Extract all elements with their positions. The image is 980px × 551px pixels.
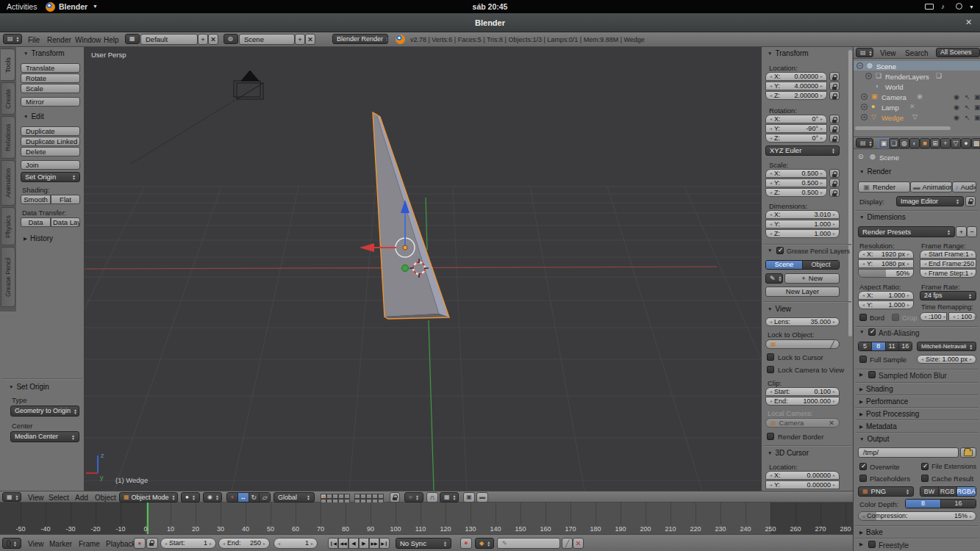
rotation-mode-menu[interactable]: XYZ Euler▲▼ — [765, 145, 840, 156]
frame-step-field[interactable]: Frame Step:1 — [920, 269, 976, 278]
aspect-x-field[interactable]: X:1.000 — [858, 291, 914, 300]
gpencil-new-button[interactable]: +New — [784, 273, 840, 284]
render-visibility-icon[interactable]: ▣ — [974, 93, 980, 101]
selectable-icon[interactable]: ↖ — [965, 114, 970, 121]
editor-type-button[interactable]: ▤▲▼ — [856, 48, 873, 57]
hide-icon[interactable]: ◉ — [954, 104, 959, 111]
display-lock-button[interactable] — [965, 196, 976, 206]
menu-render[interactable]: Render — [47, 37, 71, 44]
power-tray-icon[interactable] — [956, 3, 962, 10]
outliner-item-label[interactable]: Lamp — [881, 104, 899, 112]
panel-header-freestyle[interactable]: ▶ — [859, 542, 863, 547]
resolution-percentage-slider[interactable]: 50% — [858, 269, 914, 278]
scene-selector[interactable]: Scene — [239, 34, 295, 45]
outliner-row-lamp[interactable]: + ● Lamp ✕ ◉ ↖ ▣ — [854, 102, 980, 112]
pin-icon[interactable]: ⊙ — [858, 154, 864, 160]
aa-samples-11[interactable]: 11 — [886, 342, 899, 350]
aspect-y-field[interactable]: Y:1.000 — [858, 300, 914, 309]
panel-header-motion-blur[interactable]: ▶ — [859, 372, 863, 378]
autokey-lock-button[interactable] — [146, 538, 158, 549]
file-format-menu[interactable]: ▦PNG▲▼ — [858, 486, 914, 497]
audio-button[interactable]: ♪Audio — [952, 181, 976, 192]
operator-type-menu[interactable]: Geometry to Origin▲▼ — [10, 406, 79, 417]
hide-icon[interactable]: ◉ — [954, 114, 959, 121]
record-button[interactable]: ● — [460, 538, 472, 549]
manipulator-scale-icon[interactable]: ▱ — [260, 493, 270, 502]
panel-header-view[interactable]: ▼View — [768, 306, 791, 313]
delete-button[interactable]: Delete — [21, 147, 80, 156]
wedge-object[interactable] — [373, 112, 449, 319]
render-presets-menu[interactable]: Render Presets▲▼ — [858, 226, 955, 237]
tab-physics[interactable]: Physics — [1, 207, 15, 245]
rotate-button[interactable]: Rotate — [21, 73, 80, 83]
volume-tray-icon[interactable]: ♪ — [941, 3, 945, 10]
jump-to-end-button[interactable]: ▶❙ — [379, 538, 390, 549]
outliner-display-mode-menu[interactable]: All Scenes — [936, 48, 980, 57]
jump-to-start-button[interactable]: ❙◀ — [328, 538, 338, 549]
lock-rotation-y-button[interactable] — [829, 124, 840, 133]
tab-render[interactable]: ▣ — [879, 138, 889, 148]
opengl-render-button[interactable]: ▣ — [463, 492, 475, 503]
menu-help[interactable]: Help — [104, 37, 119, 44]
tab-texture[interactable]: ▩ — [971, 138, 980, 148]
frame-rate-menu[interactable]: 24 fps▲▼ — [920, 291, 976, 300]
render-visibility-icon[interactable]: ▣ — [974, 104, 980, 111]
aa-samples-16[interactable]: 16 — [899, 342, 912, 350]
opengl-render-anim-button[interactable]: ▬ — [476, 492, 488, 503]
aa-samples-switch[interactable]: 5 8 11 16 — [858, 342, 912, 351]
dimensions-x-field[interactable]: X:3.010 — [765, 210, 840, 219]
resolution-y-field[interactable]: Y:1080 px — [858, 259, 914, 268]
dimensions-z-field[interactable]: Z:1.000 — [765, 229, 840, 238]
color-depth-8[interactable]: 8 — [906, 500, 941, 508]
operator-center-menu[interactable]: Median Center▲▼ — [10, 431, 79, 442]
outliner-row-renderlayers[interactable]: + ❏ RenderLayers ❏ — [854, 71, 980, 81]
keyframe-delete-button[interactable]: ✕ — [573, 538, 584, 549]
lock-camera-checkbox[interactable] — [767, 366, 774, 373]
lock-scale-y-button[interactable] — [829, 179, 840, 187]
cursor-y-field[interactable]: Y:0.00000 — [765, 480, 840, 489]
timeline-start-field[interactable]: Start:1 — [160, 538, 216, 549]
motion-blur-checkbox[interactable] — [868, 371, 876, 378]
tab-relations[interactable]: Relations — [1, 116, 15, 159]
layer-toggle[interactable] — [338, 494, 344, 499]
tab-tools[interactable]: Tools — [1, 48, 15, 81]
scene-add-button[interactable]: + — [295, 34, 305, 45]
hide-icon[interactable]: ◉ — [954, 93, 959, 101]
data-transfer-layout-button[interactable]: Data Layo — [51, 217, 80, 227]
editor-type-button[interactable]: ▲▼ — [2, 538, 21, 549]
menu-file[interactable]: File — [28, 37, 40, 44]
display-menu[interactable]: Image Editor▲▼ — [896, 196, 964, 206]
snap-element-menu[interactable]: ▦▲▼ — [440, 492, 459, 503]
color-mode-switch[interactable]: BW RGB RGBA — [920, 486, 976, 497]
tab-scene[interactable]: ◍ — [899, 138, 909, 148]
display-tray-icon[interactable] — [925, 4, 934, 10]
outliner-row-world[interactable]: ◐ World — [854, 82, 980, 91]
end-frame-field[interactable]: End Frame:250 — [920, 259, 976, 268]
translate-button[interactable]: Translate — [21, 63, 80, 73]
timeline-menu-marker[interactable]: Marker — [49, 541, 72, 548]
lock-rotation-x-button[interactable] — [829, 115, 840, 123]
clip-end-field[interactable]: End:1000.000 — [765, 397, 840, 406]
layer-toggle[interactable] — [321, 494, 326, 499]
scale-x-field[interactable]: X:0.500 — [765, 169, 827, 178]
manipulator-axis-icon[interactable]: + — [227, 493, 238, 502]
timeline-menu-view[interactable]: View — [28, 541, 44, 548]
outliner-h-scrollbar[interactable] — [855, 126, 951, 130]
scene-delete-button[interactable]: ✕ — [305, 34, 315, 45]
join-button[interactable]: Join — [21, 160, 80, 170]
timeline-end-field[interactable]: End:250 — [218, 538, 270, 549]
clear-icon[interactable]: ✕ — [829, 419, 834, 427]
tab-modifiers[interactable]: + — [940, 138, 951, 148]
expander-icon[interactable]: + — [865, 73, 872, 79]
outliner-item-label[interactable]: Camera — [881, 94, 906, 101]
outliner-item-label[interactable]: Scene — [876, 63, 896, 71]
proportional-edit-menu[interactable]: ○▲▼ — [404, 492, 423, 503]
keying-set-field[interactable]: ✎ — [497, 538, 560, 549]
timeline-ruler[interactable]: -50-40-30-20-100102030405060708090100110… — [0, 503, 853, 534]
lens-field[interactable]: Lens:35.000 — [765, 317, 840, 326]
aa-size-field[interactable]: Size:1.000 px — [917, 355, 976, 364]
freestyle-checkbox[interactable] — [868, 541, 876, 548]
panel-header-antialiasing[interactable]: ▼ — [859, 330, 864, 335]
panel-header-edit[interactable]: ▼Edit — [24, 113, 44, 120]
scene-icon-button[interactable]: ◍ — [223, 34, 238, 44]
